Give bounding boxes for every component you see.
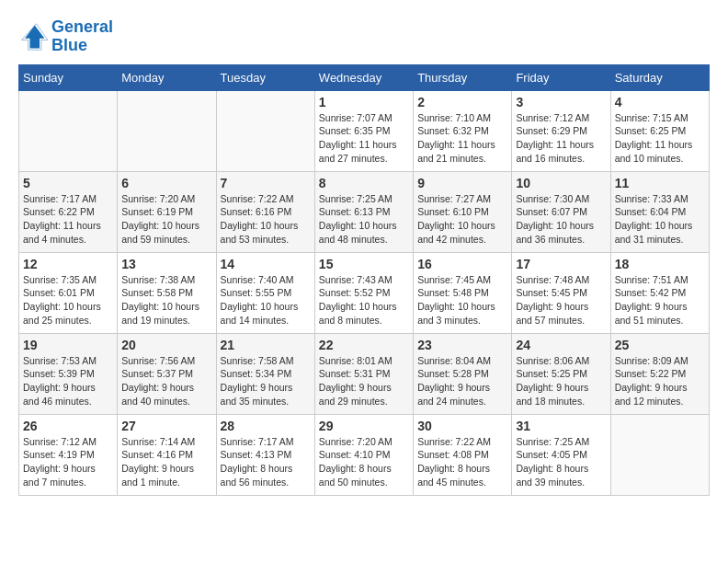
calendar-header: SundayMondayTuesdayWednesdayThursdayFrid… [19,64,710,90]
day-cell: 16Sunrise: 7:45 AMSunset: 5:48 PMDayligh… [414,252,512,333]
day-number: 19 [23,338,113,352]
day-cell: 4Sunrise: 7:15 AMSunset: 6:25 PMDaylight… [610,90,709,171]
week-row-1: 1Sunrise: 7:07 AMSunset: 6:35 PMDaylight… [19,90,710,171]
day-number: 13 [121,257,211,271]
day-cell: 13Sunrise: 7:38 AMSunset: 5:58 PMDayligh… [118,252,216,333]
day-number: 28 [221,419,311,433]
svg-marker-0 [25,25,44,48]
day-cell: 7Sunrise: 7:22 AMSunset: 6:16 PMDaylight… [216,171,314,252]
day-number: 6 [121,176,211,190]
day-cell [216,90,314,171]
day-cell: 27Sunrise: 7:14 AMSunset: 4:16 PMDayligh… [118,414,216,495]
day-info: Sunrise: 8:09 AMSunset: 5:22 PMDaylight:… [615,354,705,408]
day-info: Sunrise: 7:56 AMSunset: 5:37 PMDaylight:… [121,354,211,408]
logo-icon [18,22,48,52]
day-info: Sunrise: 7:17 AMSunset: 6:22 PMDaylight:… [23,192,113,247]
day-info: Sunrise: 7:12 AMSunset: 6:29 PMDaylight:… [516,111,606,166]
day-info: Sunrise: 7:20 AMSunset: 4:10 PMDaylight:… [319,435,409,489]
day-number: 5 [23,176,113,190]
day-info: Sunrise: 7:25 AMSunset: 6:13 PMDaylight:… [319,192,409,247]
day-info: Sunrise: 7:12 AMSunset: 4:19 PMDaylight:… [23,435,113,489]
day-number: 31 [516,419,606,433]
day-number: 8 [319,176,409,190]
day-info: Sunrise: 7:22 AMSunset: 6:16 PMDaylight:… [221,192,311,247]
day-number: 7 [221,176,311,190]
day-number: 30 [417,419,507,433]
day-number: 14 [221,257,311,271]
day-cell: 3Sunrise: 7:12 AMSunset: 6:29 PMDaylight… [512,90,610,171]
day-number: 4 [615,95,705,109]
day-number: 26 [23,419,113,433]
day-number: 12 [23,257,113,271]
week-row-5: 26Sunrise: 7:12 AMSunset: 4:19 PMDayligh… [19,414,710,495]
day-cell [118,90,216,171]
day-info: Sunrise: 7:58 AMSunset: 5:34 PMDaylight:… [221,354,311,408]
day-cell: 2Sunrise: 7:10 AMSunset: 6:32 PMDaylight… [414,90,512,171]
week-row-2: 5Sunrise: 7:17 AMSunset: 6:22 PMDaylight… [19,171,710,252]
day-info: Sunrise: 7:38 AMSunset: 5:58 PMDaylight:… [121,273,211,327]
weekday-monday: Monday [118,64,216,90]
day-number: 10 [516,176,606,190]
day-info: Sunrise: 7:43 AMSunset: 5:52 PMDaylight:… [319,273,409,327]
day-cell: 8Sunrise: 7:25 AMSunset: 6:13 PMDaylight… [314,171,413,252]
day-cell: 12Sunrise: 7:35 AMSunset: 6:01 PMDayligh… [19,252,118,333]
day-cell: 25Sunrise: 8:09 AMSunset: 5:22 PMDayligh… [610,333,709,414]
day-info: Sunrise: 7:45 AMSunset: 5:48 PMDaylight:… [417,273,507,327]
day-cell: 21Sunrise: 7:58 AMSunset: 5:34 PMDayligh… [216,333,314,414]
weekday-header-row: SundayMondayTuesdayWednesdayThursdayFrid… [19,64,710,90]
day-number: 1 [319,95,409,109]
day-info: Sunrise: 7:15 AMSunset: 6:25 PMDaylight:… [615,111,705,166]
day-number: 23 [417,338,507,352]
day-cell: 11Sunrise: 7:33 AMSunset: 6:04 PMDayligh… [610,171,709,252]
day-number: 9 [417,176,507,190]
day-number: 29 [319,419,409,433]
day-cell: 23Sunrise: 8:04 AMSunset: 5:28 PMDayligh… [414,333,512,414]
day-info: Sunrise: 7:30 AMSunset: 6:07 PMDaylight:… [516,192,606,247]
day-cell: 10Sunrise: 7:30 AMSunset: 6:07 PMDayligh… [512,171,610,252]
day-info: Sunrise: 7:35 AMSunset: 6:01 PMDaylight:… [23,273,113,327]
day-info: Sunrise: 7:10 AMSunset: 6:32 PMDaylight:… [417,111,507,166]
day-info: Sunrise: 7:22 AMSunset: 4:08 PMDaylight:… [417,435,507,489]
day-number: 21 [221,338,311,352]
day-info: Sunrise: 7:53 AMSunset: 5:39 PMDaylight:… [23,354,113,408]
day-info: Sunrise: 7:33 AMSunset: 6:04 PMDaylight:… [615,192,705,247]
weekday-thursday: Thursday [414,64,512,90]
weekday-wednesday: Wednesday [314,64,413,90]
day-info: Sunrise: 7:48 AMSunset: 5:45 PMDaylight:… [516,273,606,327]
day-cell [19,90,118,171]
weekday-saturday: Saturday [610,64,709,90]
day-info: Sunrise: 8:01 AMSunset: 5:31 PMDaylight:… [319,354,409,408]
day-number: 18 [615,257,705,271]
calendar-table: SundayMondayTuesdayWednesdayThursdayFrid… [18,64,710,496]
day-info: Sunrise: 8:04 AMSunset: 5:28 PMDaylight:… [417,354,507,408]
day-cell: 18Sunrise: 7:51 AMSunset: 5:42 PMDayligh… [610,252,709,333]
day-info: Sunrise: 7:25 AMSunset: 4:05 PMDaylight:… [516,435,606,489]
day-cell: 28Sunrise: 7:17 AMSunset: 4:13 PMDayligh… [216,414,314,495]
day-number: 16 [417,257,507,271]
day-info: Sunrise: 7:27 AMSunset: 6:10 PMDaylight:… [417,192,507,247]
day-cell: 29Sunrise: 7:20 AMSunset: 4:10 PMDayligh… [314,414,413,495]
day-info: Sunrise: 7:20 AMSunset: 6:19 PMDaylight:… [121,192,211,247]
logo-text: General Blue [51,18,113,55]
page-header: General Blue [18,18,710,55]
day-cell: 20Sunrise: 7:56 AMSunset: 5:37 PMDayligh… [118,333,216,414]
day-number: 17 [516,257,606,271]
day-cell: 17Sunrise: 7:48 AMSunset: 5:45 PMDayligh… [512,252,610,333]
day-info: Sunrise: 7:40 AMSunset: 5:55 PMDaylight:… [221,273,311,327]
week-row-3: 12Sunrise: 7:35 AMSunset: 6:01 PMDayligh… [19,252,710,333]
week-row-4: 19Sunrise: 7:53 AMSunset: 5:39 PMDayligh… [19,333,710,414]
day-cell: 30Sunrise: 7:22 AMSunset: 4:08 PMDayligh… [414,414,512,495]
day-number: 3 [516,95,606,109]
day-number: 20 [121,338,211,352]
day-cell: 5Sunrise: 7:17 AMSunset: 6:22 PMDaylight… [19,171,118,252]
weekday-sunday: Sunday [19,64,118,90]
day-cell: 26Sunrise: 7:12 AMSunset: 4:19 PMDayligh… [19,414,118,495]
day-cell: 14Sunrise: 7:40 AMSunset: 5:55 PMDayligh… [216,252,314,333]
calendar-body: 1Sunrise: 7:07 AMSunset: 6:35 PMDaylight… [19,90,710,495]
day-number: 24 [516,338,606,352]
weekday-friday: Friday [512,64,610,90]
day-cell: 22Sunrise: 8:01 AMSunset: 5:31 PMDayligh… [314,333,413,414]
day-cell: 9Sunrise: 7:27 AMSunset: 6:10 PMDaylight… [414,171,512,252]
day-cell: 24Sunrise: 8:06 AMSunset: 5:25 PMDayligh… [512,333,610,414]
day-cell: 15Sunrise: 7:43 AMSunset: 5:52 PMDayligh… [314,252,413,333]
